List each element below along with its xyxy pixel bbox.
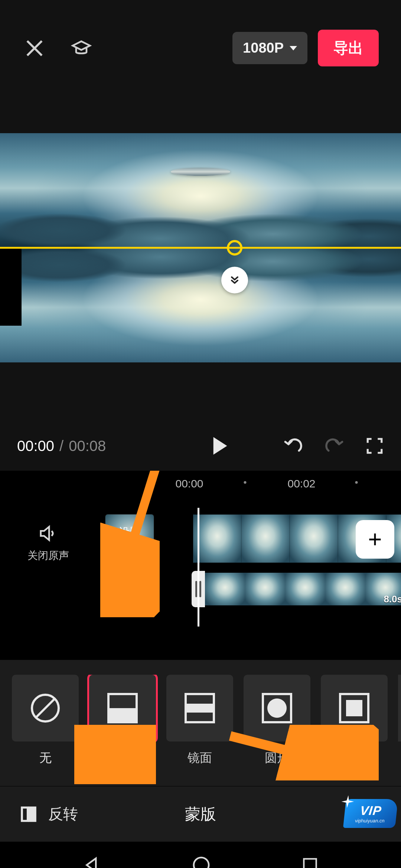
- preview-clouds-upper: [0, 133, 401, 248]
- svg-rect-6: [186, 704, 214, 713]
- mask-option-rect[interactable]: 矩形: [321, 675, 388, 766]
- mask-option-none[interactable]: 无: [12, 675, 79, 766]
- nav-recent-button[interactable]: [301, 856, 319, 868]
- export-button[interactable]: 导出: [318, 30, 379, 66]
- svg-rect-4: [108, 708, 137, 722]
- svg-line-2: [36, 699, 55, 717]
- chevron-double-down-icon: [229, 274, 241, 286]
- svg-rect-14: [304, 859, 316, 868]
- ruler-tick-label: 00:02: [287, 477, 315, 490]
- mute-audio-button[interactable]: 关闭原声: [0, 508, 97, 563]
- square-recent-icon: [301, 856, 319, 868]
- time-readout: 00:00 / 00:08: [17, 438, 106, 454]
- mirror-mask-icon: [181, 690, 218, 727]
- invert-mask-button[interactable]: 反转: [19, 804, 78, 824]
- mask-action-row: 反转 蒙版: [0, 786, 401, 842]
- preview-clouds-lower: [0, 248, 401, 362]
- tutorial-button[interactable]: [71, 38, 92, 59]
- clip-thumbnail: [241, 514, 290, 563]
- mask-options-toolbar: 无 线性 镜面: [0, 660, 401, 786]
- top-bar-left: [24, 38, 92, 59]
- svg-point-13: [194, 858, 209, 868]
- clip-duration-badge: 8.0s: [384, 594, 401, 605]
- mask-option-label: 无: [39, 750, 52, 766]
- watermark-text: VIP: [359, 803, 382, 818]
- caret-down-icon: [290, 46, 297, 50]
- play-button[interactable]: [212, 436, 228, 456]
- clip-thumbnail: [205, 573, 245, 605]
- preview-cloud-streak: [171, 168, 230, 176]
- timeline-playhead[interactable]: [198, 508, 199, 627]
- preview-black-strip: [0, 248, 22, 326]
- undo-button[interactable]: [284, 436, 303, 456]
- top-bar-right: 1080P 导出: [232, 30, 379, 66]
- overlay-track-clip[interactable]: 8.0s: [192, 571, 401, 607]
- time-separator: /: [59, 438, 63, 454]
- top-bar: 1080P 导出: [0, 0, 401, 81]
- invert-icon: [19, 804, 39, 824]
- speaker-icon: [38, 523, 58, 543]
- invert-label: 反转: [48, 804, 78, 824]
- watermark-badge: VIP viphuiyuan.cn: [343, 799, 398, 828]
- timeline-ruler: 00:00 00:02: [0, 471, 401, 493]
- fullscreen-button[interactable]: [365, 437, 384, 455]
- circle-mask-icon: [258, 690, 296, 727]
- clip-thumbnail: [290, 514, 338, 563]
- none-icon: [29, 691, 62, 725]
- set-cover-button[interactable]: 设置 封面: [105, 514, 154, 563]
- svg-point-8: [267, 698, 287, 718]
- circle-home-icon: [191, 855, 211, 868]
- mask-option-label: 线性: [110, 750, 135, 766]
- mask-expand-button[interactable]: [221, 267, 248, 293]
- graduation-cap-icon: [71, 38, 92, 59]
- nav-home-button[interactable]: [191, 855, 211, 868]
- add-clip-button[interactable]: +: [356, 520, 394, 559]
- clip-thumbnail: [325, 573, 365, 605]
- mask-options-scroll[interactable]: 无 线性 镜面: [0, 675, 401, 766]
- rect-mask-icon: [336, 690, 373, 727]
- mask-option-circle[interactable]: 圆形: [244, 675, 310, 766]
- resolution-selector[interactable]: 1080P: [232, 32, 307, 64]
- fullscreen-icon: [365, 437, 384, 455]
- mask-option-mirror[interactable]: 镜面: [166, 675, 233, 766]
- close-button[interactable]: [24, 38, 45, 59]
- mask-option-label: 矩形: [342, 750, 366, 766]
- mute-label: 关闭原声: [27, 549, 69, 563]
- current-time: 00:00: [17, 438, 54, 454]
- clip-thumbnail: [193, 514, 241, 563]
- triangle-back-icon: [82, 855, 102, 868]
- mask-option-more[interactable]: [398, 675, 401, 766]
- ruler-dot: [244, 481, 247, 484]
- ruler-tick-label: 00:00: [175, 477, 203, 490]
- clip-thumbnail: [285, 573, 325, 605]
- nav-back-button[interactable]: [82, 855, 102, 868]
- watermark-url: viphuiyuan.cn: [355, 818, 385, 823]
- transport-bar: 00:00 / 00:08: [0, 432, 401, 460]
- resolution-label: 1080P: [243, 40, 284, 56]
- video-preview[interactable]: [0, 133, 401, 362]
- cover-label: 设置 封面: [119, 525, 140, 552]
- timeline[interactable]: 00:00 00:02 关闭原声 设置 封面 +: [0, 471, 401, 660]
- play-icon: [212, 436, 228, 456]
- svg-rect-10: [346, 700, 362, 716]
- mask-option-linear[interactable]: 线性: [89, 675, 156, 766]
- total-duration: 00:08: [69, 438, 106, 454]
- timeline-tracks: 关闭原声 设置 封面 + 8.0s: [0, 508, 401, 619]
- undo-icon: [284, 436, 303, 456]
- mask-drag-handle[interactable]: [227, 240, 242, 256]
- redo-icon: [325, 436, 344, 456]
- system-nav-bar: [0, 842, 401, 868]
- linear-mask-icon: [104, 690, 141, 727]
- panel-title: 蒙版: [185, 804, 216, 825]
- mask-divider-line[interactable]: [0, 247, 401, 249]
- ruler-dot: [355, 481, 358, 484]
- redo-button[interactable]: [325, 436, 344, 456]
- clip-thumbnail: [245, 573, 285, 605]
- mask-option-label: 镜面: [188, 750, 212, 766]
- mask-option-label: 圆形: [265, 750, 289, 766]
- sparkle-icon: [341, 795, 355, 808]
- close-icon: [24, 38, 45, 59]
